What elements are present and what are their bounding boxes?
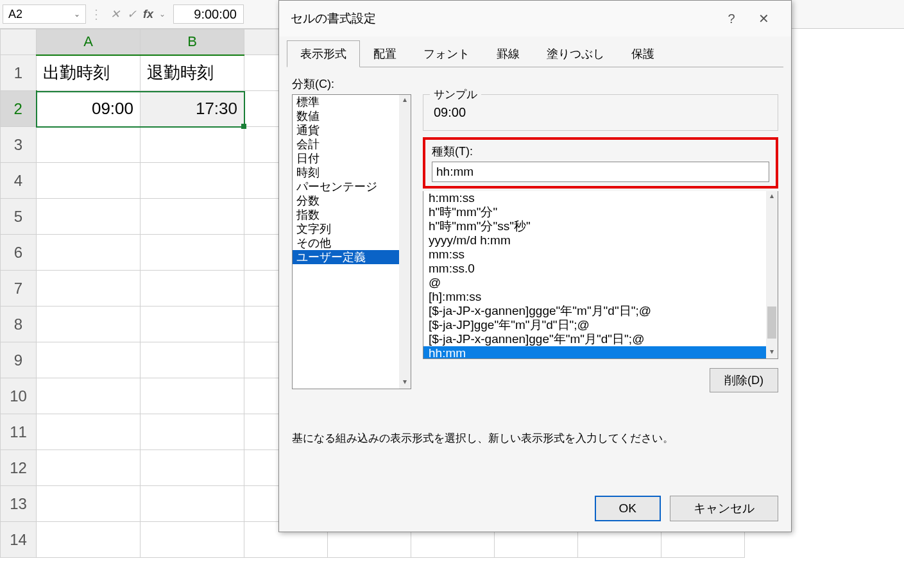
sample-label: サンプル xyxy=(430,87,481,102)
category-item[interactable]: 指数 xyxy=(293,208,411,222)
col-header-A[interactable]: A xyxy=(37,29,141,55)
cell[interactable] xyxy=(37,163,141,199)
scrollbar[interactable]: ▴▾ xyxy=(399,95,411,389)
cell[interactable] xyxy=(37,450,141,486)
cell[interactable] xyxy=(37,378,141,414)
row-header-4[interactable]: 4 xyxy=(1,163,37,199)
cell[interactable] xyxy=(37,307,141,342)
format-item[interactable]: @ xyxy=(423,276,778,290)
scroll-up-icon[interactable]: ▴ xyxy=(399,95,411,106)
category-item[interactable]: 標準 xyxy=(293,95,411,109)
cell[interactable] xyxy=(141,307,244,342)
chevron-down-icon[interactable]: ⌄ xyxy=(74,10,80,19)
format-list[interactable]: h:mm:ssh"時"mm"分"h"時"mm"分"ss"秒"yyyy/m/d h… xyxy=(423,191,778,359)
cancel-icon[interactable]: ✕ xyxy=(107,7,123,21)
cell[interactable] xyxy=(141,450,244,486)
category-item[interactable]: 日付 xyxy=(293,151,411,165)
row-header-5[interactable]: 5 xyxy=(1,199,37,235)
scroll-up-icon[interactable]: ▴ xyxy=(766,191,778,203)
cell[interactable] xyxy=(37,342,141,378)
category-list[interactable]: 標準数値通貨会計日付時刻パーセンテージ分数指数文字列その他ユーザー定義 ▴▾ xyxy=(292,94,411,389)
row-header-9[interactable]: 9 xyxy=(1,342,37,378)
close-icon[interactable]: ✕ xyxy=(747,6,780,31)
row-header-6[interactable]: 6 xyxy=(1,235,37,271)
cell[interactable] xyxy=(37,522,141,558)
delete-button[interactable]: 削除(D) xyxy=(710,368,778,392)
cell-B2[interactable]: 17:30 xyxy=(141,91,244,127)
format-item[interactable]: [$-ja-JP-x-gannen]gge"年"m"月"d"日";@ xyxy=(423,332,778,346)
cell[interactable] xyxy=(141,342,244,378)
tab-number-format[interactable]: 表示形式 xyxy=(287,40,360,67)
row-header-10[interactable]: 10 xyxy=(1,378,37,414)
cell[interactable] xyxy=(141,522,244,558)
ok-button[interactable]: OK xyxy=(595,496,661,521)
category-item[interactable]: その他 xyxy=(293,236,411,250)
category-item[interactable]: 文字列 xyxy=(293,222,411,236)
row-header-8[interactable]: 8 xyxy=(1,307,37,342)
select-all-corner[interactable] xyxy=(1,29,37,55)
row-header-3[interactable]: 3 xyxy=(1,127,37,163)
category-item[interactable]: ユーザー定義 xyxy=(293,250,411,264)
cell[interactable] xyxy=(37,486,141,522)
category-item[interactable]: パーセンテージ xyxy=(293,180,411,194)
formula-input[interactable]: 9:00:00 xyxy=(173,4,244,24)
scroll-down-icon[interactable]: ▾ xyxy=(399,377,411,389)
type-input[interactable] xyxy=(432,162,769,182)
category-item[interactable]: 会計 xyxy=(293,137,411,151)
format-item[interactable]: h"時"mm"分" xyxy=(423,205,778,219)
tab-alignment[interactable]: 配置 xyxy=(360,40,410,67)
name-box[interactable]: A2 ⌄ xyxy=(3,4,86,24)
format-item[interactable]: hh:mm xyxy=(423,346,778,359)
cell[interactable] xyxy=(37,271,141,307)
scroll-down-icon[interactable]: ▾ xyxy=(766,347,778,358)
row-header-2[interactable]: 2 xyxy=(1,91,37,127)
chevron-down-icon[interactable]: ⌄ xyxy=(157,10,168,19)
format-item[interactable]: yyyy/m/d h:mm xyxy=(423,233,778,248)
cell-A1[interactable]: 出勤時刻 xyxy=(37,55,141,91)
enter-icon[interactable]: ✓ xyxy=(123,7,140,21)
category-item[interactable]: 時刻 xyxy=(293,165,411,180)
format-item[interactable]: h"時"mm"分"ss"秒" xyxy=(423,219,778,233)
row-header-13[interactable]: 13 xyxy=(1,486,37,522)
row-header-11[interactable]: 11 xyxy=(1,414,37,450)
cancel-button[interactable]: キャンセル xyxy=(670,496,778,521)
cell-B1[interactable]: 退勤時刻 xyxy=(141,55,244,91)
cell[interactable] xyxy=(141,235,244,271)
cell[interactable] xyxy=(37,199,141,235)
row-header-12[interactable]: 12 xyxy=(1,450,37,486)
format-item[interactable]: [h]:mm:ss xyxy=(423,290,778,304)
format-item[interactable]: mm:ss.0 xyxy=(423,262,778,276)
tab-protection[interactable]: 保護 xyxy=(618,40,668,67)
scroll-thumb[interactable] xyxy=(767,307,776,339)
tab-fill[interactable]: 塗りつぶし xyxy=(533,40,618,67)
format-item[interactable]: [$-ja-JP-x-gannen]ggge"年"m"月"d"日";@ xyxy=(423,304,778,318)
row-header-1[interactable]: 1 xyxy=(1,55,37,91)
name-box-value: A2 xyxy=(8,8,22,21)
help-button[interactable]: ? xyxy=(715,6,747,31)
format-item[interactable]: [$-ja-JP]gge"年"m"月"d"日";@ xyxy=(423,318,778,332)
fx-icon[interactable]: fx xyxy=(140,8,157,21)
cell[interactable] xyxy=(37,235,141,271)
format-item[interactable]: mm:ss xyxy=(423,248,778,262)
cell[interactable] xyxy=(141,163,244,199)
cell[interactable] xyxy=(141,486,244,522)
tab-border[interactable]: 罫線 xyxy=(483,40,533,67)
cell[interactable] xyxy=(37,127,141,163)
dialog-titlebar[interactable]: セルの書式設定 ? ✕ xyxy=(279,1,791,37)
cell-A2[interactable]: 09:00 xyxy=(37,91,141,127)
row-header-14[interactable]: 14 xyxy=(1,522,37,558)
cell[interactable] xyxy=(141,271,244,307)
format-item[interactable]: h:mm:ss xyxy=(423,191,778,205)
cell[interactable] xyxy=(141,414,244,450)
row-header-7[interactable]: 7 xyxy=(1,271,37,307)
category-item[interactable]: 分数 xyxy=(293,194,411,208)
category-item[interactable]: 通貨 xyxy=(293,123,411,137)
cell[interactable] xyxy=(141,127,244,163)
col-header-B[interactable]: B xyxy=(141,29,244,55)
cell[interactable] xyxy=(141,199,244,235)
tab-font[interactable]: フォント xyxy=(410,40,483,67)
cell[interactable] xyxy=(141,378,244,414)
scrollbar[interactable]: ▴ ▾ xyxy=(766,191,778,358)
category-item[interactable]: 数値 xyxy=(293,109,411,123)
cell[interactable] xyxy=(37,414,141,450)
